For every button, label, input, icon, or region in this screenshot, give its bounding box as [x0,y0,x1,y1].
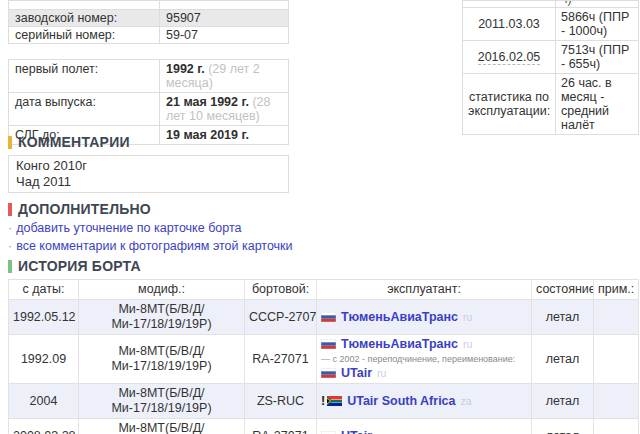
history-column-header: с даты: [9,280,79,300]
operator-line: ТюменьАвиаТрансru [321,337,527,352]
bullet-icon: · [8,221,12,235]
history-registration: ZS-RUC [245,384,317,419]
history-note [594,335,639,384]
info-value: 59-07 [160,27,289,44]
history-row: 1992.09Ми-8МТ(Б/В/Д/Ми-17/18/19/19Р)RA-2… [9,335,639,384]
info-label: дата выпуска: [9,93,160,126]
info-label-cell [9,1,160,10]
overhaul-value: 7513ч (ППР - 655ч) [556,41,639,74]
history-row: 1992.05.12Ми-8МТ(Б/В/Д/Ми-17/18/19/19Р)С… [9,300,639,335]
info-value-cell: ч) [556,1,639,8]
flag-ru-icon [321,368,336,378]
add-clarification-link[interactable]: добавить уточнение по карточке борта [16,221,241,235]
history-column-header: бортовой: [245,280,317,300]
operator-link[interactable]: UTair South Africa [347,394,455,408]
operator-line: !UTair South Africaza [321,394,527,409]
country-code: za [461,395,472,407]
history-column-header: прим.: [594,280,639,300]
comments-section-bar-icon [8,136,12,149]
info-label: серийный номер: [9,27,160,44]
comments-title-text: КОММЕНТАРИИ [18,134,130,150]
overhaul-value: 5866ч (ППР - 1000ч) [556,8,639,41]
link-line: ·добавить уточнение по карточке борта [8,221,638,235]
history-status: летал [532,384,594,419]
history-date: 1992.05.12 [9,300,79,335]
country-code: ru [463,311,472,323]
history-section-bar-icon [8,260,12,273]
operator-link[interactable]: UTair [341,366,372,380]
history-modification: Ми-8МТ(Б/В/Д/Ми-17/18/19/19Р) [79,300,245,335]
comments-section: КОММЕНТАРИИ Конго 2010гЧад 2011 [8,134,638,193]
registration-info-table: заводской номер:95907серийный номер:59-0… [8,0,289,44]
country-code: ru [463,338,472,350]
history-registration: СССР-27071 [245,300,317,335]
operator-alert-mark: ! [321,394,325,408]
history-date: 2004 [9,384,79,419]
dates-info-table: первый полет:1992 г. (29 лет 2 месяца)да… [8,59,289,145]
additional-links: ·добавить уточнение по карточке борта·вс… [8,221,638,253]
clipped-fragment: ч) [561,1,633,6]
overhaul-row: 2011.03.035866ч (ППР - 1000ч) [463,8,639,41]
comments-title: КОММЕНТАРИИ [8,134,638,150]
info-row: серийный номер:59-07 [9,27,289,44]
info-value: 21 мая 1992 г. (28 лет 10 месяцев) [160,93,289,126]
operator-link[interactable]: UTair [341,429,372,434]
info-label: первый полет: [9,60,160,93]
overhaul-value: 26 час. в месяц - средний налёт [556,74,639,135]
operator-link[interactable]: ТюменьАвиаТранс [341,310,458,324]
info-label-cell [463,1,556,8]
history-row: 2004Ми-8МТ(Б/В/Д/Ми-17/18/19/19Р)ZS-RUC!… [9,384,639,419]
overhaul-info-table: ч)2011.03.035866ч (ППР - 1000ч)2016.02.0… [462,0,639,135]
additional-section-bar-icon [8,203,12,216]
history-column-header: состояние: [532,280,594,300]
operator-line: UTairru [321,366,527,381]
additional-section: ДОПОЛНИТЕЛЬНО ·добавить уточнение по кар… [8,201,638,253]
history-modification: Ми-8МТ(Б/В/Д/Ми-17/18/19/19Р) [79,419,245,434]
bullet-icon: · [8,239,12,253]
history-header-row: с даты:модиф.:бортовой:эксплуатант:состо… [9,280,639,300]
info-value-cell [160,1,289,10]
info-row: первый полет:1992 г. (29 лет 2 месяца) [9,60,289,93]
history-column-header: модиф.: [79,280,245,300]
comments-box: Конго 2010гЧад 2011 [8,155,289,193]
operator-line: UTairru [321,429,527,434]
country-code: ru [377,367,386,379]
history-row: 2008.03.28Ми-8МТ(Б/В/Д/Ми-17/18/19/19Р)R… [9,419,639,434]
history-operator-cell: UTairru [317,419,532,434]
history-note [594,384,639,419]
history-operator-cell: ТюменьАвиаТрансru— с 2002 - переподчинен… [317,335,532,384]
clipped-row [9,1,289,10]
operator-line: ТюменьАвиаТрансru [321,310,527,325]
history-status: летал [532,300,594,335]
history-operator-cell: !UTair South Africaza [317,384,532,419]
additional-title-text: ДОПОЛНИТЕЛЬНО [18,201,151,217]
flag-ru-icon [321,339,336,349]
flag-ru-icon [321,312,336,322]
country-code: ru [377,430,386,434]
history-registration: RA-27071 [245,335,317,384]
flag-za-icon [327,396,342,406]
info-value: 1992 г. (29 лет 2 месяца) [160,60,289,93]
history-note [594,419,639,434]
all-photo-comments-link[interactable]: все комментарии к фотографиям этой карто… [16,239,292,253]
history-date: 1992.09 [9,335,79,384]
overhaul-date: статистика по эксплуатации: [463,74,556,135]
overhaul-date: 2016.02.05 [463,41,556,74]
flag-ru-icon [321,431,336,434]
history-status: летал [532,335,594,384]
info-row: заводской номер:95907 [9,10,289,27]
history-modification: Ми-8МТ(Б/В/Д/Ми-17/18/19/19Р) [79,384,245,419]
info-value: 95907 [160,10,289,27]
overhaul-date-tooltip[interactable]: 2016.02.05 [478,50,541,65]
history-section: ИСТОРИЯ БОРТА с даты:модиф.:бортовой:экс… [8,258,638,434]
info-label: заводской номер: [9,10,160,27]
operator-link[interactable]: ТюменьАвиаТранс [341,337,458,351]
history-date: 2008.03.28 [9,419,79,434]
aircraft-history-table: с даты:модиф.:бортовой:эксплуатант:состо… [8,279,639,434]
additional-title: ДОПОЛНИТЕЛЬНО [8,201,638,217]
history-registration: RA-27071 [245,419,317,434]
clipped-row: ч) [463,1,639,8]
overhaul-row: 2016.02.057513ч (ППР - 655ч) [463,41,639,74]
link-line: ·все комментарии к фотографиям этой карт… [8,239,638,253]
history-operator-cell: ТюменьАвиаТрансru [317,300,532,335]
